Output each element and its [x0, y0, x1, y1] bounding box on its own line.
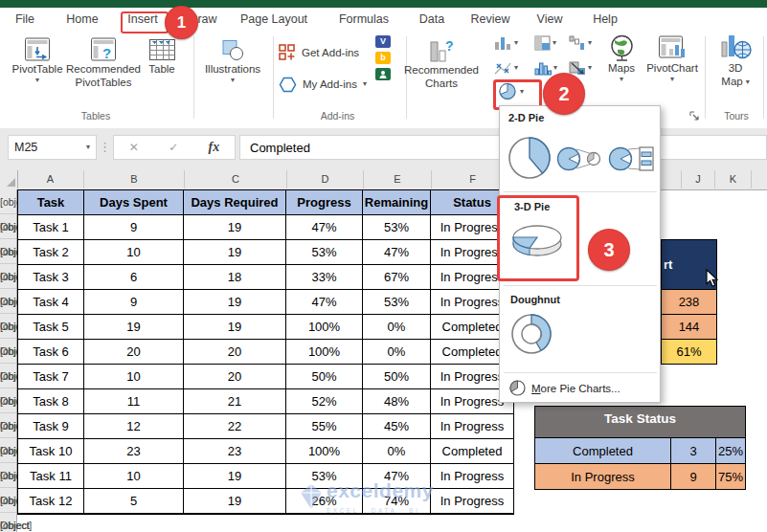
cell-progress[interactable]: 55%: [286, 414, 363, 439]
cell-task[interactable]: Task 8: [18, 389, 84, 414]
get-addins-button[interactable]: Get Add-ins: [279, 42, 359, 63]
row-header[interactable]: [object Object]: [0, 463, 16, 488]
cell-progress[interactable]: 50%: [286, 365, 363, 389]
tab-file[interactable]: File: [8, 8, 42, 32]
row-header[interactable]: [object Object]: [0, 314, 16, 339]
cell-remaining[interactable]: 74%: [363, 489, 431, 514]
pie-of-pie-option-icon[interactable]: [556, 136, 602, 182]
row-header[interactable]: [object Object]: [0, 289, 16, 314]
illustrations-button[interactable]: Illustrations ▾: [200, 38, 265, 84]
cell-task[interactable]: Task 10: [18, 439, 84, 464]
status-pct[interactable]: 75%: [716, 464, 745, 489]
cell-remaining[interactable]: 0%: [363, 315, 431, 340]
insert-bar-area-chart-button[interactable]: ▾: [534, 35, 556, 51]
insert-waterfall-chart-button[interactable]: ▾: [569, 35, 592, 51]
tab-data[interactable]: Data: [414, 8, 450, 32]
cell-remaining[interactable]: 53%: [363, 290, 431, 315]
cell-progress[interactable]: 52%: [286, 389, 363, 414]
visio-addin-tile[interactable]: V: [375, 35, 391, 48]
row-header[interactable]: [object Object]: [0, 413, 16, 438]
doughnut-option-icon[interactable]: [508, 310, 555, 358]
pivotchart-button[interactable]: PivotChart ▾: [649, 34, 695, 83]
insert-function-icon[interactable]: fx: [209, 140, 220, 155]
status-label[interactable]: In Progress: [535, 464, 671, 489]
pivottable-button[interactable]: PivotTable ▾: [11, 36, 63, 84]
header-cell-days-spent[interactable]: Days Spent: [84, 190, 184, 215]
tab-page-layout[interactable]: Page Layout: [237, 8, 310, 32]
row-header[interactable]: [object Object]: [0, 339, 16, 364]
cell-remaining[interactable]: 0%: [363, 439, 431, 464]
cell-progress[interactable]: 47%: [286, 290, 363, 315]
cancel-icon[interactable]: ✕: [129, 141, 139, 154]
2d-pie-option-icon[interactable]: [506, 134, 553, 182]
cell-remaining[interactable]: 0%: [363, 340, 431, 365]
cell-days-required[interactable]: 20: [184, 340, 286, 365]
cell-days-required[interactable]: 20: [184, 365, 286, 389]
cell-days-spent[interactable]: 6: [84, 265, 184, 290]
cell-remaining[interactable]: 48%: [363, 389, 431, 414]
cell-days-required[interactable]: 19: [184, 489, 286, 514]
table-button[interactable]: Table: [140, 36, 184, 76]
col-header-e[interactable]: E: [364, 170, 432, 188]
cell-days-required[interactable]: 19: [184, 290, 286, 315]
name-box[interactable]: M25 ▾: [8, 135, 97, 160]
cell-days-spent[interactable]: 12: [84, 414, 184, 439]
cell-task[interactable]: Task 6: [18, 340, 84, 365]
my-addins-button[interactable]: My Add-ins ▾: [279, 74, 367, 95]
cell-task[interactable]: Task 7: [18, 365, 84, 389]
cell-task[interactable]: Task 12: [18, 489, 84, 514]
insert-scatter-chart-button[interactable]: ▾: [494, 60, 518, 76]
summary-days-required-cell[interactable]: 238: [661, 289, 717, 315]
cell-task[interactable]: Task 4: [18, 290, 84, 315]
col-header-b[interactable]: B: [84, 170, 185, 188]
cell-days-spent[interactable]: 9: [84, 290, 184, 315]
tab-view[interactable]: View: [530, 8, 569, 32]
status-count[interactable]: 9: [671, 464, 716, 489]
people-graph-addin-tile[interactable]: [375, 68, 391, 80]
cell-task[interactable]: Task 11: [18, 464, 84, 489]
cell-remaining[interactable]: 47%: [363, 240, 431, 265]
col-header-d[interactable]: D: [287, 170, 364, 188]
cell-progress[interactable]: 47%: [286, 215, 363, 240]
row-header[interactable]: [object Object]: [0, 189, 16, 214]
cell-remaining[interactable]: 47%: [363, 464, 431, 489]
cell-task[interactable]: Task 1: [18, 215, 84, 240]
summary-progress-cell[interactable]: 61%: [661, 339, 717, 365]
cell-remaining[interactable]: 50%: [363, 365, 431, 389]
cell-days-required[interactable]: 19: [184, 240, 286, 265]
cell-task[interactable]: Task 3: [18, 265, 84, 290]
row-header[interactable]: [object Object]: [0, 264, 16, 289]
row-header[interactable]: [object Object]: [0, 513, 16, 532]
cell-progress[interactable]: 33%: [286, 265, 363, 290]
chevron-down-icon[interactable]: ▾: [86, 144, 90, 151]
header-cell-remaining[interactable]: Remaining: [363, 190, 431, 215]
select-all-corner[interactable]: [0, 170, 18, 188]
cell-days-spent[interactable]: 5: [84, 489, 184, 514]
header-cell-progress[interactable]: Progress: [286, 190, 363, 215]
cell-days-required[interactable]: 18: [184, 265, 286, 290]
cell-progress[interactable]: 53%: [286, 240, 363, 265]
recommended-charts-button[interactable]: ? Recommended Charts: [412, 38, 471, 90]
tab-review[interactable]: Review: [465, 8, 515, 32]
status-count[interactable]: 3: [671, 438, 716, 463]
cell-remaining[interactable]: 45%: [363, 414, 431, 439]
cell-days-spent[interactable]: 23: [84, 439, 184, 464]
cell-progress[interactable]: 100%: [286, 439, 363, 464]
recommended-pivottables-button[interactable]: ? Recommended PivotTables: [67, 36, 140, 89]
cell-days-spent[interactable]: 10: [84, 240, 184, 265]
col-header-l[interactable]: [752, 170, 767, 188]
col-header-a[interactable]: A: [17, 170, 84, 188]
tab-home[interactable]: Home: [59, 8, 105, 32]
bar-of-pie-option-icon[interactable]: [608, 136, 658, 182]
row-header[interactable]: [object Object]: [0, 488, 16, 513]
row-header[interactable]: [object Object]: [0, 214, 16, 239]
cell-days-required[interactable]: 22: [184, 414, 286, 439]
row-header[interactable]: [object Object]: [0, 364, 16, 388]
cell-progress[interactable]: 100%: [286, 340, 363, 365]
cell-days-spent[interactable]: 10: [84, 464, 184, 489]
cell-status[interactable]: In Progress: [431, 464, 513, 489]
cell-progress[interactable]: 100%: [286, 315, 363, 340]
cell-days-spent[interactable]: 10: [84, 365, 184, 389]
row-header[interactable]: [object Object]: [0, 388, 16, 413]
bing-addin-tile[interactable]: b: [375, 52, 391, 64]
